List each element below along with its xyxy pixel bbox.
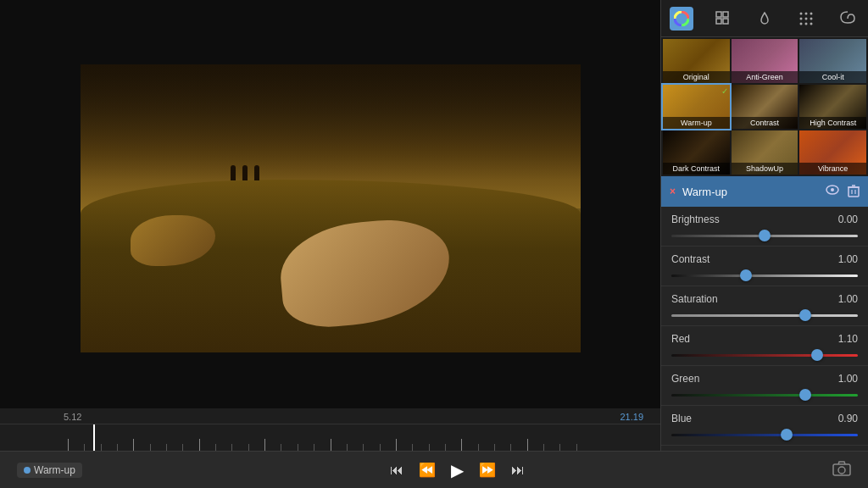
preset-item-vibrance[interactable]: Vibrance xyxy=(799,130,866,175)
filter-header-icons xyxy=(826,184,860,200)
svg-point-8 xyxy=(799,17,802,19)
slider-label-saturation: Saturation xyxy=(671,293,731,305)
slider-value-blue: 0.90 xyxy=(827,413,858,424)
skip-back-button[interactable]: ⏮ xyxy=(390,463,403,478)
camera-button[interactable] xyxy=(832,461,851,480)
slider-track-red[interactable] xyxy=(671,348,858,362)
svg-point-13 xyxy=(810,22,812,25)
skip-forward-button[interactable]: ⏭ xyxy=(511,463,525,478)
filter-close-button[interactable]: × xyxy=(670,186,676,197)
preset-item-original[interactable]: Original xyxy=(663,39,730,83)
slider-group-blue: Blue0.90 xyxy=(661,406,868,446)
bottom-left: Warm-up xyxy=(17,463,82,478)
slider-group-contrast: Contrast1.00 xyxy=(661,247,868,286)
slider-value-brightness: 0.00 xyxy=(827,214,858,225)
video-section: 5.12 21.19 xyxy=(0,0,660,451)
current-time: 5.12 xyxy=(64,412,81,422)
slider-track-blue[interactable] xyxy=(671,428,858,441)
panel-toolbar xyxy=(661,0,868,37)
preset-label-high-contrast: High Contrast xyxy=(799,117,866,129)
preset-item-contrast[interactable]: Contrast xyxy=(732,85,798,129)
svg-point-7 xyxy=(810,12,812,14)
svg-rect-2 xyxy=(723,12,728,17)
slider-label-brightness: Brightness xyxy=(671,214,731,225)
spiral-icon[interactable] xyxy=(836,7,860,30)
slider-thumb-red[interactable] xyxy=(811,349,823,361)
svg-point-10 xyxy=(810,17,812,19)
preset-label-cool-it: Cool-it xyxy=(799,71,866,83)
video-container xyxy=(0,0,660,408)
svg-rect-3 xyxy=(716,19,721,24)
svg-point-15 xyxy=(831,188,834,191)
slider-group-green: Green1.00 xyxy=(661,366,868,406)
slider-label-blue: Blue xyxy=(671,413,731,424)
filter-tag-dot xyxy=(24,467,31,474)
slider-thumb-brightness[interactable] xyxy=(759,230,771,241)
slider-thumb-green[interactable] xyxy=(799,389,811,401)
preset-item-high-contrast[interactable]: High Contrast xyxy=(799,85,866,129)
svg-rect-4 xyxy=(723,19,728,24)
slider-thumb-saturation[interactable] xyxy=(799,309,811,321)
svg-point-9 xyxy=(804,17,807,19)
bottom-bar: Warm-up ⏮ ⏪ ▶ ⏩ ⏭ xyxy=(0,451,868,488)
preset-label-warm-up: Warm-up xyxy=(663,117,730,129)
svg-point-6 xyxy=(804,12,807,14)
transport-controls: ⏮ ⏪ ▶ ⏩ ⏭ xyxy=(390,460,525,480)
slider-thumb-contrast[interactable] xyxy=(740,269,752,281)
right-panel: OriginalAnti-GreenCool-itWarm-up✓Contras… xyxy=(660,0,868,451)
play-button[interactable]: ▶ xyxy=(451,460,464,480)
slider-label-red: Red xyxy=(671,333,731,345)
svg-rect-1 xyxy=(716,12,721,17)
slider-value-green: 1.00 xyxy=(827,373,858,385)
preset-item-shadow-up[interactable]: ShadowUp xyxy=(732,130,798,175)
active-filter-tag: Warm-up xyxy=(17,463,82,478)
filter-name: Warm-up xyxy=(682,186,819,198)
rewind-button[interactable]: ⏪ xyxy=(419,462,436,478)
slider-value-saturation: 1.00 xyxy=(827,293,858,305)
total-time: 21.19 xyxy=(620,412,643,422)
sliders-section: Brightness0.00Contrast1.00Saturation1.00… xyxy=(661,207,868,451)
color-wheel-icon[interactable] xyxy=(670,7,693,30)
filter-tag-label: Warm-up xyxy=(34,464,75,476)
presets-grid: OriginalAnti-GreenCool-itWarm-up✓Contras… xyxy=(661,37,868,176)
timeline-ticks xyxy=(0,424,660,451)
svg-point-22 xyxy=(838,467,845,474)
slider-track-contrast[interactable] xyxy=(671,269,858,282)
svg-point-11 xyxy=(799,22,802,25)
grid-icon[interactable] xyxy=(711,7,735,30)
dots-grid-icon[interactable] xyxy=(794,7,818,30)
slider-group-brightness: Brightness0.00 xyxy=(661,207,868,247)
preset-item-anti-green[interactable]: Anti-Green xyxy=(732,39,798,83)
preset-label-contrast: Contrast xyxy=(732,117,798,129)
timeline-times: 5.12 21.19 xyxy=(0,408,660,424)
trash-icon[interactable] xyxy=(848,184,860,200)
eye-icon[interactable] xyxy=(826,184,839,200)
slider-track-brightness[interactable] xyxy=(671,229,858,242)
svg-rect-16 xyxy=(849,187,859,197)
slider-group-red: Red1.10 xyxy=(661,326,868,366)
preset-label-dark-contrast: Dark Contrast xyxy=(663,163,730,175)
slider-track-green[interactable] xyxy=(671,388,858,402)
preset-label-anti-green: Anti-Green xyxy=(732,71,798,83)
svg-point-12 xyxy=(804,22,807,25)
slider-track-saturation[interactable] xyxy=(671,308,858,322)
preset-item-cool-it[interactable]: Cool-it xyxy=(799,39,866,83)
slider-label-green: Green xyxy=(671,373,731,385)
slider-group-saturation: Saturation1.00 xyxy=(661,286,868,326)
preset-item-warm-up[interactable]: Warm-up✓ xyxy=(663,85,730,129)
slider-thumb-blue[interactable] xyxy=(781,429,793,441)
video-frame xyxy=(81,64,581,352)
preset-label-vibrance: Vibrance xyxy=(799,163,866,175)
slider-value-contrast: 1.00 xyxy=(827,253,858,265)
slider-value-red: 1.10 xyxy=(827,333,858,345)
timeline-area[interactable] xyxy=(0,424,660,451)
preset-item-dark-contrast[interactable]: Dark Contrast xyxy=(663,130,730,175)
forward-button[interactable]: ⏩ xyxy=(479,462,496,478)
slider-label-contrast: Contrast xyxy=(671,253,731,265)
drop-icon[interactable] xyxy=(753,7,776,30)
svg-point-5 xyxy=(799,12,802,14)
preset-label-original: Original xyxy=(663,71,730,83)
preset-label-shadow-up: ShadowUp xyxy=(732,163,798,175)
filter-header: × Warm-up xyxy=(661,176,868,207)
